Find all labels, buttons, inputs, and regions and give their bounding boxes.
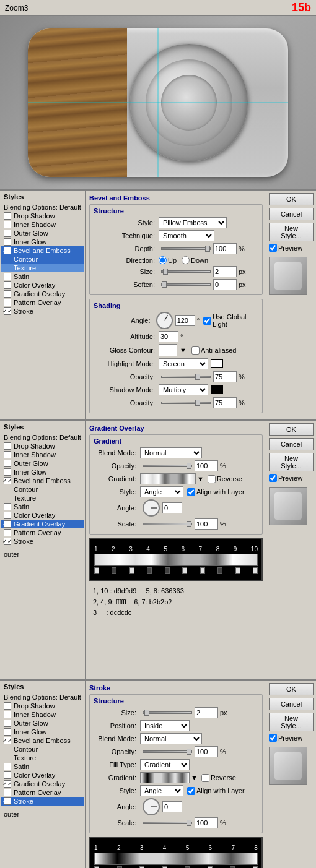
checkbox-drop-shadow-3[interactable] xyxy=(4,702,11,710)
opacity-input-3[interactable] xyxy=(195,746,218,757)
depth-input[interactable] xyxy=(213,243,237,254)
size-input[interactable] xyxy=(213,266,237,277)
checkbox-stroke-2[interactable]: ✓ xyxy=(4,538,11,545)
checkbox-outer-glow-2[interactable] xyxy=(4,460,11,467)
direction-down[interactable]: Down xyxy=(182,256,208,264)
size-slider[interactable] xyxy=(161,270,211,273)
opacity2-thumb[interactable] xyxy=(195,400,200,406)
style-inner-glow-2[interactable]: Inner Glow xyxy=(1,468,84,476)
gradient-bar-3[interactable]: 1 2 3 4 5 6 7 8 xyxy=(89,837,263,868)
scale-thumb-2[interactable] xyxy=(187,521,191,527)
preview-check-2[interactable]: Preview xyxy=(269,474,314,482)
checkbox-gradient-overlay-2[interactable]: ✓ xyxy=(4,520,11,528)
checkbox-drop-shadow-1[interactable] xyxy=(4,212,11,220)
checkbox-inner-shadow-1[interactable] xyxy=(4,221,11,228)
scale-slider-2[interactable] xyxy=(143,523,192,525)
style-outer-glow-1[interactable]: Outer Glow xyxy=(1,229,84,238)
style-satin-3[interactable]: Satin xyxy=(1,762,84,771)
highlight-mode-select[interactable]: Screen xyxy=(159,358,208,369)
opacity2-input[interactable] xyxy=(213,397,237,408)
align-layer-check-2[interactable]: Align with Layer xyxy=(187,488,245,496)
blending-options-1[interactable]: Blending Options: Default xyxy=(1,203,84,212)
preview-check-3[interactable]: Preview xyxy=(269,734,314,742)
style-drop-shadow-1[interactable]: Drop Shadow xyxy=(1,212,84,220)
angle-input-2[interactable] xyxy=(162,502,182,513)
technique-select[interactable]: Smooth xyxy=(159,230,214,241)
blend-mode-select-3[interactable]: Normal xyxy=(140,733,202,744)
checkbox-drop-shadow-2[interactable] xyxy=(4,442,11,450)
stop-1[interactable] xyxy=(94,567,99,574)
checkbox-outer-glow-3[interactable] xyxy=(4,720,11,727)
style-stroke-1[interactable]: ✓ Stroke xyxy=(1,307,84,316)
style-drop-shadow-3[interactable]: Drop Shadow xyxy=(1,702,84,710)
soften-thumb[interactable] xyxy=(162,281,167,288)
style-contour-3[interactable]: Contour xyxy=(1,745,84,754)
checkbox-pattern-overlay-1[interactable] xyxy=(4,299,11,306)
new-style-button-3[interactable]: New Style... xyxy=(269,713,314,731)
align-layer-check-3[interactable]: Align with Layer xyxy=(187,787,245,795)
stop-9[interactable] xyxy=(235,567,240,574)
direction-up[interactable]: Up xyxy=(159,256,177,264)
opacity1-input[interactable] xyxy=(213,371,237,382)
depth-slider[interactable] xyxy=(161,247,211,250)
checkbox-inner-glow-1[interactable] xyxy=(4,238,11,246)
angle-input[interactable] xyxy=(175,315,195,326)
ok-button-1[interactable]: OK xyxy=(269,193,314,205)
style-drop-shadow-2[interactable]: Drop Shadow xyxy=(1,442,84,450)
style-select-3[interactable]: Angle xyxy=(140,785,183,796)
style-stroke-3[interactable]: ✓ Stroke xyxy=(1,797,84,806)
checkbox-pattern-overlay-3[interactable] xyxy=(4,789,11,796)
size-thumb[interactable] xyxy=(163,269,168,275)
stop-5[interactable] xyxy=(165,567,170,574)
stop-6[interactable] xyxy=(182,567,187,574)
style-inner-glow-3[interactable]: Inner Glow xyxy=(1,728,84,736)
style-texture-1[interactable]: Texture xyxy=(1,264,84,272)
stroke-size-thumb[interactable] xyxy=(144,710,149,716)
style-select-2[interactable]: Angle xyxy=(140,486,183,497)
checkbox-inner-glow-3[interactable] xyxy=(4,728,11,736)
checkbox-satin-3[interactable] xyxy=(4,763,11,770)
position-select[interactable]: Inside xyxy=(140,720,190,731)
scale-thumb-3[interactable] xyxy=(187,820,191,826)
ok-button-2[interactable]: OK xyxy=(269,423,314,436)
stroke-size-input[interactable] xyxy=(195,707,218,718)
gradient-swatch-3[interactable] xyxy=(140,772,190,783)
checkbox-bevel-emboss-3[interactable]: ✓ xyxy=(4,737,11,744)
angle-dial[interactable] xyxy=(156,312,172,329)
stop-7[interactable] xyxy=(200,567,205,574)
highlight-color-swatch[interactable] xyxy=(211,359,223,368)
style-inner-shadow-1[interactable]: Inner Shadow xyxy=(1,220,84,229)
angle-dial-3[interactable] xyxy=(143,798,160,815)
style-pattern-overlay-2[interactable]: Pattern Overlay xyxy=(1,528,84,537)
checkbox-gradient-overlay-1[interactable] xyxy=(4,290,11,298)
stop-8[interactable] xyxy=(217,567,222,574)
opacity-slider-2[interactable] xyxy=(143,465,192,467)
scale-input-2[interactable] xyxy=(195,518,218,530)
opacity1-slider[interactable] xyxy=(161,376,211,378)
checkbox-stroke-3[interactable]: ✓ xyxy=(4,797,11,805)
ok-button-3[interactable]: OK xyxy=(269,683,314,695)
depth-thumb[interactable] xyxy=(205,246,210,252)
opacity-input-2[interactable] xyxy=(195,460,218,471)
shadow-mode-select[interactable]: Multiply xyxy=(159,384,208,395)
gradient-bar-2[interactable]: 1 2 3 4 5 6 7 8 9 10 xyxy=(89,538,263,581)
opacity2-slider[interactable] xyxy=(161,402,211,404)
fill-type-select[interactable]: Gradient xyxy=(140,759,190,770)
cancel-button-2[interactable]: Cancel xyxy=(269,438,314,450)
blending-options-3[interactable]: Blending Options: Default xyxy=(1,693,84,702)
stop-4[interactable] xyxy=(147,567,152,574)
style-texture-3[interactable]: Texture xyxy=(1,754,84,762)
reverse-check-2[interactable]: Reverse xyxy=(208,475,242,483)
stop-3[interactable] xyxy=(129,567,134,574)
preview-check-1[interactable]: Preview xyxy=(269,244,314,252)
stroke-size-slider[interactable] xyxy=(143,711,192,714)
opacity-thumb-3[interactable] xyxy=(187,749,191,755)
stop-10[interactable] xyxy=(253,567,258,574)
checkbox-color-overlay-1[interactable] xyxy=(4,281,11,289)
style-color-overlay-2[interactable]: Color Overlay xyxy=(1,511,84,520)
scale-input-3[interactable] xyxy=(195,817,218,828)
global-light-check[interactable]: Use Global Light xyxy=(203,313,258,328)
angle-input-3[interactable] xyxy=(162,801,182,812)
opacity-thumb-2[interactable] xyxy=(187,463,191,469)
checkbox-bevel-emboss-2[interactable]: ✓ xyxy=(4,477,11,484)
